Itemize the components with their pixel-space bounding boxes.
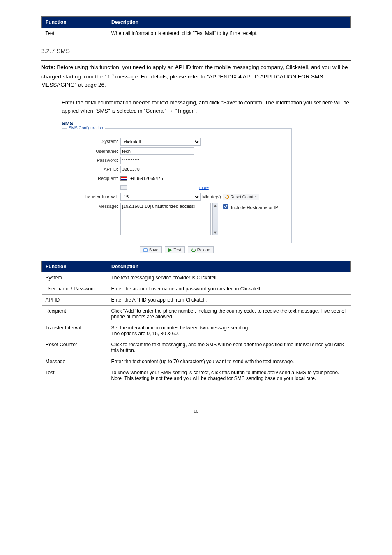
include-hostname-label: Include Hostname or IP bbox=[231, 205, 278, 210]
cell-func: Reset Counter bbox=[42, 339, 107, 356]
cell-func: System bbox=[42, 272, 107, 283]
table-row: RecipientClick "Add" to enter the phone … bbox=[42, 306, 351, 322]
cell-desc: To know whether your SMS setting is corr… bbox=[107, 367, 351, 384]
section-heading: 3.2.7 SMS bbox=[41, 47, 351, 56]
table-row: MessageEnter the text content (up to 70 … bbox=[42, 356, 351, 367]
label-interval: Transfer Interval: bbox=[67, 193, 120, 199]
cell-desc: When all information is entered, click "… bbox=[107, 28, 351, 39]
cell-func: User name / Password bbox=[42, 283, 107, 295]
label-username: Username: bbox=[67, 147, 120, 154]
cell-desc: Click "Add" to enter the phone number, i… bbox=[107, 306, 351, 322]
table-row: User name / PasswordEnter the account us… bbox=[42, 283, 351, 295]
th-description: Description bbox=[107, 261, 351, 272]
cell-desc: Enter the API ID you applied from Clicka… bbox=[107, 295, 351, 306]
page-number: 10 bbox=[41, 409, 351, 414]
test-button[interactable]: Test bbox=[165, 246, 184, 253]
label-recipient: Recipient: bbox=[67, 175, 120, 181]
interval-select[interactable]: 15 bbox=[120, 193, 201, 201]
recipient-input-2[interactable] bbox=[129, 184, 195, 191]
recipient-input[interactable] bbox=[129, 175, 195, 182]
system-select[interactable]: clickatell bbox=[120, 138, 201, 146]
params-function-table: Function Description SystemThe text mess… bbox=[41, 261, 351, 384]
table-row: TestTo know whether your SMS setting is … bbox=[42, 367, 351, 384]
th-description: Description bbox=[107, 17, 351, 28]
label-password: Password: bbox=[67, 157, 120, 163]
table-row: Reset CounterClick to restart the text m… bbox=[42, 339, 351, 356]
password-input[interactable] bbox=[120, 157, 194, 164]
th-function: Function bbox=[42, 17, 107, 28]
cell-desc: Click to restart the text messaging, and… bbox=[107, 339, 351, 356]
reset-counter-button[interactable]: Reset Counter bbox=[223, 194, 259, 200]
cell-desc: Enter the text content (up to 70 charact… bbox=[107, 356, 351, 367]
cell-desc: Enter the account user name and password… bbox=[107, 283, 351, 295]
table-row: API IDEnter the API ID you applied from … bbox=[42, 295, 351, 306]
flag-placeholder-icon bbox=[120, 185, 127, 190]
label-message: Message: bbox=[67, 203, 120, 209]
reload-button[interactable]: Reload bbox=[188, 246, 214, 253]
play-icon bbox=[168, 248, 172, 252]
button-bar: Save Test Reload bbox=[62, 246, 292, 253]
cell-func: Test bbox=[42, 367, 107, 384]
cell-desc: Set the interval time in minutes between… bbox=[107, 322, 351, 339]
note-sup: th bbox=[111, 72, 114, 77]
cell-desc: The text messaging service provider is C… bbox=[107, 272, 351, 283]
apiid-input[interactable] bbox=[120, 166, 194, 173]
cell-func: Test bbox=[42, 28, 107, 39]
reload-icon bbox=[191, 247, 196, 253]
cell-func: Recipient bbox=[42, 306, 107, 322]
table-row: SystemThe text messaging service provide… bbox=[42, 272, 351, 283]
include-hostname-checkbox[interactable] bbox=[223, 204, 228, 209]
sms-fieldset: SMS Configuration System: clickatell Use… bbox=[62, 128, 292, 243]
flag-icon bbox=[120, 176, 127, 181]
th-function: Function bbox=[42, 261, 107, 272]
save-icon bbox=[143, 248, 148, 252]
label-system: System: bbox=[67, 138, 120, 144]
scrollbar[interactable]: ▲▼ bbox=[212, 203, 218, 235]
intro-paragraph: Enter the detailed information needed fo… bbox=[41, 99, 351, 115]
table-row: Transfer IntervalSet the interval time i… bbox=[42, 322, 351, 339]
username-input[interactable] bbox=[120, 147, 194, 155]
reset-icon bbox=[224, 194, 230, 200]
label-apiid: API ID: bbox=[67, 166, 120, 172]
top-function-table: Function Description Test When all infor… bbox=[41, 16, 351, 39]
minute-unit: Minute(s) bbox=[202, 194, 221, 199]
sms-legend: SMS Configuration bbox=[67, 126, 105, 130]
cell-func: Message bbox=[42, 356, 107, 367]
note-label: Note: bbox=[41, 64, 55, 70]
cell-func: Transfer Interval bbox=[42, 322, 107, 339]
cell-func: API ID bbox=[42, 295, 107, 306]
table-row: Test When all information is entered, cl… bbox=[42, 28, 351, 39]
save-button[interactable]: Save bbox=[140, 246, 162, 253]
note-block: Note: Before using this function, you ne… bbox=[41, 60, 351, 92]
message-textarea[interactable]: [192.168.1.10] unauthorized access! bbox=[120, 203, 211, 235]
more-link[interactable]: more bbox=[199, 185, 209, 190]
sms-config-panel: SMS SMS Configuration System: clickatell… bbox=[62, 120, 292, 253]
